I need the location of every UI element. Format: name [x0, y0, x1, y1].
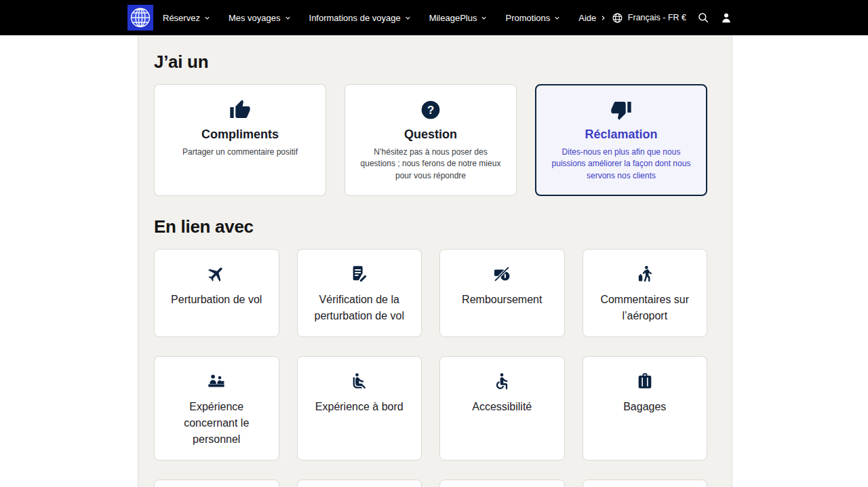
topic-label: Commentaires sur l’aéroport — [592, 292, 698, 324]
topic-airport-feedback[interactable]: Commentaires sur l’aéroport — [583, 249, 708, 337]
chevron-down-icon — [284, 14, 292, 22]
question-circle-icon: ? — [420, 99, 441, 121]
topic-flight-disruption[interactable]: Perturbation de vol — [154, 249, 279, 337]
traveler-icon — [635, 265, 654, 284]
nav-item-mes-voyages[interactable]: Mes voyages — [229, 13, 292, 23]
topic-baggage[interactable]: Bagages — [583, 356, 708, 461]
nav-item-mileageplus[interactable]: MileagePlus — [429, 13, 488, 23]
staff-icon — [207, 372, 226, 391]
document-edit-icon — [350, 265, 369, 284]
feedback-type-cards: Compliments Partager un commentaire posi… — [154, 84, 707, 196]
card-description: Partager un commentaire positif — [170, 147, 311, 158]
topbar-right-cluster: Français - FR € — [612, 12, 732, 24]
topic-staff-experience[interactable]: Expérience concernant le personnel — [154, 356, 279, 461]
topic-reimbursement[interactable]: $ Remboursement — [297, 480, 422, 487]
topic-onboard-experience[interactable]: Expérience à bord — [297, 356, 422, 461]
globe-icon — [612, 12, 623, 24]
topic-international-passenger-rights[interactable]: Droits des passagers internationaux — [583, 480, 708, 487]
nav-item-aide[interactable]: Aide — [578, 13, 607, 23]
topic-label: Perturbation de vol — [163, 292, 270, 308]
topic-label: Bagages — [592, 399, 698, 415]
locale-selector[interactable]: Français - FR € — [612, 12, 686, 24]
section-heading-feedback-type: J’ai un — [154, 52, 707, 73]
thumb-up-icon — [229, 99, 251, 121]
search-button[interactable] — [697, 12, 709, 24]
svg-text:?: ? — [427, 104, 434, 117]
account-icon — [720, 12, 732, 24]
nav-label: Aide — [578, 13, 596, 23]
nav-label: Informations de voyage — [309, 13, 401, 23]
locale-label: Français - FR € — [628, 13, 686, 22]
wheelchair-icon — [492, 372, 511, 391]
topic-injury[interactable]: Blessure — [439, 480, 565, 487]
card-description: Dites-nous en plus afin que nous puissio… — [551, 147, 692, 182]
topic-grid-row-2: Expérience concernant le personnel Expér… — [154, 356, 707, 461]
united-globe-logo[interactable] — [127, 5, 153, 31]
chevron-down-icon — [553, 14, 561, 22]
nav-item-promotions[interactable]: Promotions — [505, 13, 561, 23]
card-question[interactable]: ? Question N’hésitez pas à nous poser de… — [344, 84, 517, 196]
search-icon — [697, 12, 709, 24]
card-reclamation-selected[interactable]: Réclamation Dites-nous en plus afin que … — [535, 84, 707, 196]
section-heading-topic: En lien avec — [154, 216, 707, 237]
topic-grid-row-1: Perturbation de vol Vérification de la p… — [154, 249, 707, 337]
topic-grid-row-3: Produits et politiques $ Remboursement B… — [154, 480, 707, 487]
chevron-down-icon — [404, 14, 412, 22]
nav-item-reservez[interactable]: Réservez — [163, 13, 211, 23]
chevron-right-icon — [599, 14, 607, 22]
card-title: Question — [360, 128, 501, 142]
topic-label: Expérience concernant le personnel — [163, 399, 270, 448]
suitcase-icon — [635, 372, 654, 391]
topic-label: Vérification de la perturbation de vol — [307, 292, 413, 324]
nav-label: Promotions — [505, 13, 550, 23]
card-description: N’hésitez pas à nous poser des questions… — [360, 147, 501, 182]
card-title: Compliments — [170, 128, 311, 142]
topic-label: Remboursement — [449, 292, 555, 308]
main-nav: Réservez Mes voyages Informations de voy… — [163, 13, 607, 23]
airplane-icon — [207, 265, 226, 284]
money-crossed-icon — [492, 265, 511, 284]
topic-products-policies[interactable]: Produits et politiques — [154, 480, 279, 487]
topic-flight-disruption-verification[interactable]: Vérification de la perturbation de vol — [297, 249, 422, 337]
chevron-down-icon — [203, 14, 211, 22]
topic-refund[interactable]: Remboursement — [439, 249, 565, 337]
card-compliments[interactable]: Compliments Partager un commentaire posi… — [154, 84, 326, 196]
topic-accessibility[interactable]: Accessibilité — [439, 356, 565, 461]
feedback-form-panel: J’ai un Compliments Partager un commenta… — [138, 35, 732, 487]
nav-label: MileagePlus — [429, 13, 477, 23]
nav-item-informations-de-voyage[interactable]: Informations de voyage — [309, 13, 412, 23]
thumb-down-icon — [610, 99, 632, 121]
topic-label: Expérience à bord — [307, 399, 413, 415]
account-button[interactable] — [720, 12, 732, 24]
seat-icon — [350, 372, 369, 391]
nav-label: Réservez — [163, 13, 200, 23]
card-title: Réclamation — [551, 128, 692, 142]
nav-label: Mes voyages — [229, 13, 281, 23]
topic-label: Accessibilité — [449, 399, 555, 415]
chevron-down-icon — [480, 14, 488, 22]
top-navigation-bar: Réservez Mes voyages Informations de voy… — [0, 0, 868, 35]
